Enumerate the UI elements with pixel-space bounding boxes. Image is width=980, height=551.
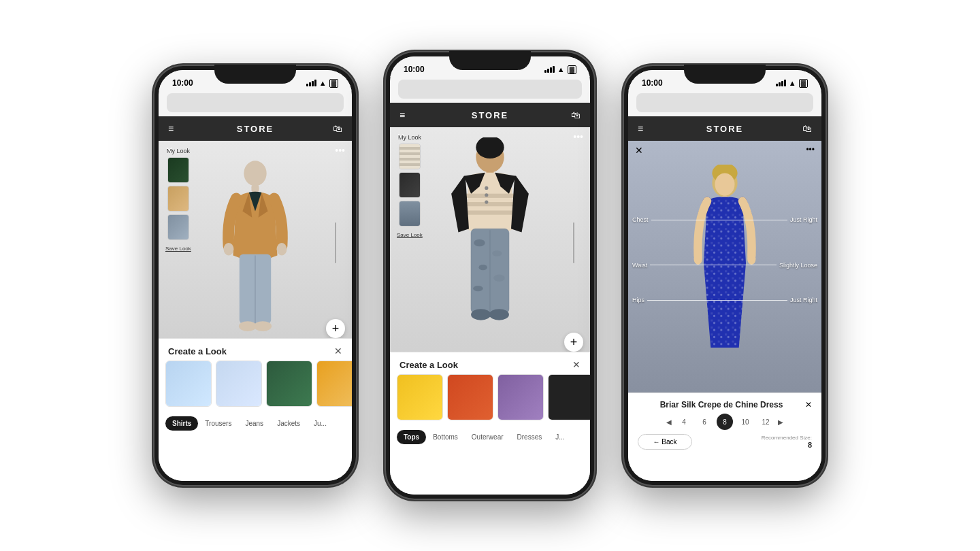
phone-2-cat-more[interactable]: J...: [549, 430, 571, 444]
phone-1-status-bar: 10:00 ▲ ▓: [159, 70, 352, 90]
phone-1-battery-icon: ▓: [329, 79, 338, 88]
phone-1-menu-icon[interactable]: ≡: [168, 123, 182, 134]
phone-3-menu-icon[interactable]: ≡: [638, 123, 651, 134]
phone-2-item-orange[interactable]: [447, 374, 493, 420]
phone-1-cat-jackets[interactable]: Jackets: [270, 416, 307, 431]
phone-1-cart-icon[interactable]: 🛍: [329, 123, 342, 134]
signal-bar-3-1: [776, 84, 778, 86]
phone-3-chest-value: Just Right: [790, 216, 817, 223]
svg-point-22: [478, 265, 487, 270]
phone-3-next-arrow[interactable]: ▶: [778, 418, 783, 426]
phone-2-cat-bottoms[interactable]: Bottoms: [426, 430, 465, 444]
phone-1-plus-button[interactable]: +: [326, 319, 345, 338]
phone-2-status-bar: 10:00 ▲ ▓: [390, 56, 590, 77]
phone-3-back-label: ← Back: [653, 438, 676, 446]
phone-3-waist-label: Waist: [632, 262, 647, 269]
phone-2-thumb-striped[interactable]: [399, 144, 421, 169]
phone-2-cat-tops[interactable]: Tops: [397, 430, 426, 444]
phone-2-cat-outerwear[interactable]: Outerwear: [465, 430, 510, 444]
signal-bar-3-4: [784, 80, 786, 86]
phone-3-cart-icon[interactable]: 🛍: [798, 123, 812, 134]
phone-1-panel-close[interactable]: ✕: [334, 346, 342, 356]
phone-2-main-content: ✕ ••• My Look Save Look: [390, 127, 590, 495]
phone-1-thumb-blazer[interactable]: [167, 186, 189, 212]
phone-2-avatar: [439, 137, 541, 348]
phone-2-search-bar[interactable]: [398, 80, 582, 99]
svg-point-35: [693, 253, 702, 265]
phone-2-wifi-icon: ▲: [557, 65, 565, 73]
phone-1-item-polo-green[interactable]: [266, 361, 312, 407]
phone-2-create-look-panel: Create a Look ✕ Tops Bottoms Outerwear D…: [390, 352, 590, 495]
phone-2-cat-dresses[interactable]: Dresses: [510, 430, 549, 444]
phone-2-items-row: [390, 374, 590, 426]
phone-3: 10:00 ▲ ▓ ≡ STORE 🛍: [623, 65, 827, 486]
phone-1: 10:00 ▲ ▓ ≡ STORE 🛍: [153, 65, 357, 486]
phone-3-battery-icon: ▓: [799, 79, 808, 88]
signal-bar-2-4: [553, 66, 555, 73]
phone-1-my-look-panel: My Look Save Look: [165, 148, 191, 252]
phone-3-size-12[interactable]: 12: [757, 414, 774, 430]
phone-1-cat-jeans[interactable]: Jeans: [238, 416, 270, 431]
phone-3-status-icons: ▲ ▓: [776, 79, 808, 88]
signal-bar-2-3: [550, 67, 552, 73]
phone-3-back-button[interactable]: ← Back: [638, 434, 692, 450]
phone-3-close-icon[interactable]: ✕: [635, 145, 643, 156]
phone-1-save-look[interactable]: Save Look: [165, 246, 191, 252]
svg-point-7: [239, 321, 257, 331]
phone-2-thumb-pants[interactable]: [399, 201, 421, 227]
phone-1-time: 10:00: [172, 78, 193, 88]
phone-2-plus-button[interactable]: +: [564, 333, 583, 352]
phone-3-hips-value: Just Right: [790, 297, 817, 303]
svg-point-4: [277, 243, 287, 256]
phone-1-search-bar[interactable]: [167, 93, 344, 112]
svg-point-20: [474, 239, 485, 246]
phone-2-item-multi[interactable]: [497, 374, 544, 420]
phone-1-cat-more[interactable]: Ju...: [307, 416, 333, 431]
svg-point-16: [485, 193, 488, 197]
svg-rect-12: [466, 194, 516, 198]
phone-3-search-bar[interactable]: [636, 93, 813, 112]
phone-1-thumb-shirt[interactable]: [167, 157, 189, 183]
phone-2-category-tabs: Tops Bottoms Outerwear Dresses J...: [390, 426, 590, 448]
phone-3-prev-arrow[interactable]: ◀: [666, 418, 672, 426]
signal-bar-2-2: [547, 69, 549, 73]
phone-3-size-4[interactable]: 4: [676, 414, 692, 430]
phone-2-item-black[interactable]: [548, 374, 590, 420]
phone-1-item-shirt-white[interactable]: [165, 361, 212, 407]
phone-2-signal: [544, 66, 555, 73]
phone-3-chest-label: Chest: [632, 216, 649, 223]
phone-1-panel-header: Create a Look ✕: [159, 339, 352, 361]
phone-1-items-row: [159, 361, 352, 412]
svg-rect-14: [466, 210, 516, 214]
phone-1-thumb-pants[interactable]: [167, 214, 189, 240]
phone-1-item-scarf[interactable]: [316, 361, 352, 407]
phone-1-my-look-label: My Look: [167, 148, 190, 154]
phone-1-app-title: STORE: [237, 124, 274, 134]
phone-3-overlay-nav: ✕ •••: [628, 145, 821, 156]
phone-3-size-6[interactable]: 6: [696, 414, 713, 430]
phone-1-cat-shirts[interactable]: Shirts: [165, 416, 198, 431]
phone-1-cat-trousers[interactable]: Trousers: [198, 416, 238, 431]
phone-1-create-look-panel: Create a Look ✕ Shirts Trousers Jeans Ja…: [159, 338, 352, 481]
phone-3-size-8[interactable]: 8: [717, 414, 733, 430]
svg-point-21: [492, 250, 502, 256]
phone-2-save-look[interactable]: Save Look: [397, 232, 423, 238]
phone-2-menu-icon[interactable]: ≡: [399, 110, 413, 120]
phone-1-wifi-icon: ▲: [319, 79, 327, 87]
phone-3-more-icon[interactable]: •••: [806, 145, 815, 156]
phone-1-mannequin: [208, 154, 303, 331]
svg-point-27: [489, 309, 509, 320]
phone-1-item-shirt-blue[interactable]: [216, 361, 262, 407]
phone-3-size-close[interactable]: ✕: [805, 400, 812, 410]
phone-2-thumb-jacket[interactable]: [399, 172, 421, 198]
signal-bar-3: [312, 81, 314, 86]
svg-rect-1: [251, 185, 259, 193]
phone-1-scroll-line: [335, 222, 336, 263]
svg-point-15: [485, 186, 488, 190]
phone-3-size-10[interactable]: 10: [737, 414, 753, 430]
phone-3-main-content: ✕ ••• Chest Just Right Waist: [628, 141, 821, 481]
phone-2-panel-close[interactable]: ✕: [572, 359, 581, 370]
phone-2-cart-icon[interactable]: 🛍: [567, 110, 581, 120]
phone-2-item-yellow[interactable]: [397, 374, 443, 420]
svg-point-17: [485, 200, 488, 203]
